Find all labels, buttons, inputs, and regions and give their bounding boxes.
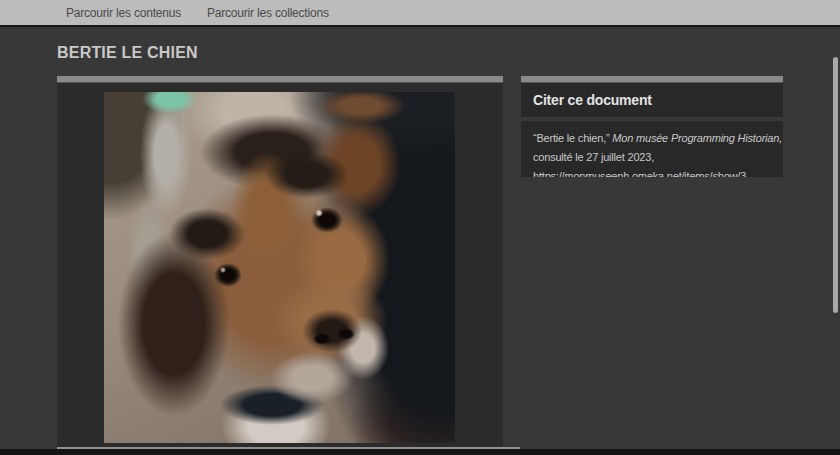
top-nav: Parcourir les contenus Parcourir les col… [0, 0, 840, 27]
cite-title-quote: “Bertie le chien,” [533, 132, 612, 144]
cite-site-name: Mon musée Programming Historian, [612, 132, 782, 144]
cite-line-3: https://monmuseeph.omeka.net/items/show/… [533, 167, 771, 177]
item-panel [57, 83, 503, 447]
sidebar-top-bar [521, 76, 783, 83]
nav-link-browse-collections[interactable]: Parcourir les collections [207, 6, 329, 20]
item-panel-top-bar [57, 76, 503, 83]
window-bottom-edge [0, 449, 840, 455]
cite-body-box: “Bertie le chien,” Mon musée Programming… [521, 121, 783, 177]
cite-heading: Citer ce document [533, 92, 652, 108]
dog-photo[interactable] [104, 92, 455, 443]
cite-heading-box: Citer ce document [521, 83, 783, 117]
dog-photo-paint [104, 92, 455, 443]
cite-line-2: consulté le 27 juillet 2023, [533, 148, 771, 167]
page-title: BERTIE LE CHIEN [57, 44, 198, 62]
vertical-scrollbar-thumb[interactable] [833, 57, 838, 313]
cite-line-1: “Bertie le chien,” Mon musée Programming… [533, 129, 771, 148]
nav-link-browse-items[interactable]: Parcourir les contenus [66, 6, 181, 20]
